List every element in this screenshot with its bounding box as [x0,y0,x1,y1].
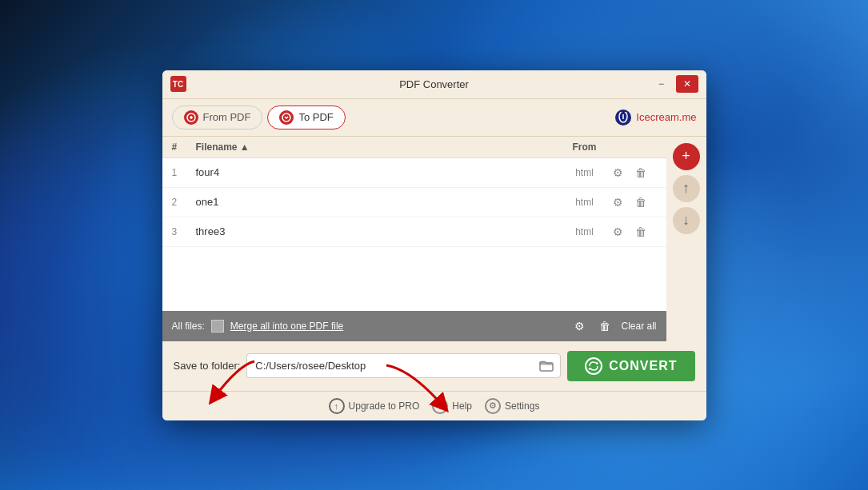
convert-label: CONVERT [609,359,677,373]
from-pdf-icon [184,110,198,125]
settings-button[interactable]: ⚙ Settings [485,398,539,414]
svg-marker-8 [589,368,591,370]
file-list-area: # Filename ▲ From 1 four4 html ⚙ 🗑 2 [162,137,666,341]
row-from-3: html [561,226,609,237]
from-pdf-label: From PDF [203,111,251,123]
row-from-2: html [561,197,609,208]
close-button[interactable]: ✕ [676,75,698,93]
upgrade-label: Upgrade to PRO [349,400,420,412]
help-label: Help [452,400,472,412]
row-from-1: html [561,167,609,178]
row-actions-3: ⚙ 🗑 [609,222,657,241]
row-settings-1[interactable]: ⚙ [609,163,628,182]
folder-path-input[interactable] [246,353,561,378]
to-pdf-label: To PDF [298,111,333,123]
tab-group: From PDF To PDF [172,106,346,129]
merge-checkbox[interactable] [211,320,224,333]
merge-link[interactable]: Merge all into one PDF file [230,321,343,332]
move-down-button[interactable]: ↓ [673,207,700,234]
folder-browse-button[interactable] [537,357,556,376]
row-delete-3[interactable]: 🗑 [631,222,650,241]
row-settings-3[interactable]: ⚙ [609,222,628,241]
move-up-button[interactable]: ↑ [673,175,700,202]
all-files-left: All files: Merge all into one PDF file [172,320,344,333]
row-delete-1[interactable]: 🗑 [631,163,650,182]
col-from-header: From [561,141,609,153]
col-name-header: Filename ▲ [196,141,561,153]
save-folder-row: Save to folder: [174,351,695,381]
help-button[interactable]: ? Help [432,398,472,414]
table-row: 1 four4 html ⚙ 🗑 [162,158,666,188]
file-list-empty [162,247,666,311]
bottom-section: Save to folder: [162,341,706,391]
upgrade-icon: ↑ [329,398,345,414]
tab-from-pdf[interactable]: From PDF [172,106,263,129]
all-files-label: All files: [172,321,205,332]
title-bar-left: TC [170,76,186,92]
folder-input-wrap [246,353,561,378]
window-title: PDF Converter [399,78,469,90]
row-name-3: three3 [196,225,561,237]
table-row: 3 three3 html ⚙ 🗑 [162,217,666,247]
title-bar: TC PDF Converter − ✕ [162,70,706,99]
row-settings-2[interactable]: ⚙ [609,193,628,212]
row-name-1: four4 [196,166,561,178]
upgrade-pro-button[interactable]: ↑ Upgrade to PRO [329,398,420,414]
brand-icon [615,110,631,125]
toolbar: From PDF To PDF Icecream.me [162,99,706,137]
settings-label: Settings [505,400,539,412]
app-window: TC PDF Converter − ✕ From PDF [162,70,706,420]
add-file-button[interactable]: + [673,143,700,170]
brand-link[interactable]: Icecream.me [615,110,696,125]
side-actions: + ↑ ↓ [666,137,706,341]
to-pdf-icon [279,110,294,125]
all-settings-btn[interactable]: ⚙ [570,317,589,336]
convert-icon [585,357,602,375]
table-row: 2 one1 html ⚙ 🗑 [162,188,666,217]
settings-icon: ⚙ [485,398,501,414]
tab-to-pdf[interactable]: To PDF [267,106,345,129]
all-files-right: ⚙ 🗑 Clear all [570,317,656,336]
all-delete-btn[interactable]: 🗑 [595,317,614,336]
table-header: # Filename ▲ From [162,137,666,158]
row-num-1: 1 [172,167,196,178]
col-num-header: # [172,141,196,153]
all-files-bar: All files: Merge all into one PDF file ⚙… [162,311,666,341]
svg-marker-7 [596,361,599,364]
row-delete-2[interactable]: 🗑 [631,193,650,212]
row-actions-1: ⚙ 🗑 [609,163,657,182]
brand-label: Icecream.me [636,111,696,123]
help-icon: ? [432,398,448,414]
footer: ↑ Upgrade to PRO ? Help ⚙ Settings [162,391,706,420]
convert-button[interactable]: CONVERT [567,351,694,381]
minimize-button[interactable]: − [650,75,673,93]
clear-all-button[interactable]: Clear all [621,321,656,332]
row-actions-2: ⚙ 🗑 [609,193,657,212]
row-name-2: one1 [196,196,561,208]
file-container: # Filename ▲ From 1 four4 html ⚙ 🗑 2 [162,137,706,341]
save-label: Save to folder: [174,360,241,372]
title-bar-controls: − ✕ [650,75,698,93]
row-num-2: 2 [172,197,196,208]
app-icon: TC [170,76,186,92]
row-num-3: 3 [172,226,196,237]
